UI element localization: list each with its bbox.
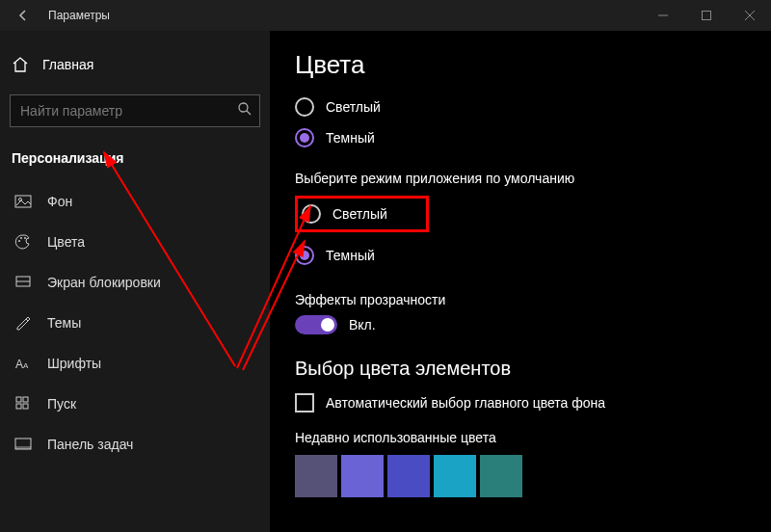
- sidebar-item-start[interactable]: Пуск: [0, 384, 270, 424]
- sidebar-home-label: Главная: [42, 57, 93, 72]
- recent-colors-row: [295, 455, 746, 497]
- sidebar-item-label: Экран блокировки: [47, 275, 161, 290]
- color-swatch[interactable]: [387, 455, 430, 497]
- sidebar-item-themes[interactable]: Темы: [0, 303, 270, 343]
- sidebar-item-label: Цвета: [47, 234, 85, 250]
- sidebar-item-colors[interactable]: Цвета: [0, 222, 270, 262]
- app-mode-light[interactable]: Светлый: [302, 202, 387, 226]
- palette-icon: [14, 233, 32, 251]
- svg-rect-16: [23, 404, 28, 409]
- minimize-icon: [658, 11, 668, 20]
- color-swatch[interactable]: [295, 455, 337, 497]
- transparency-label: Эффекты прозрачности: [295, 292, 746, 307]
- checkbox-icon: [295, 393, 314, 412]
- svg-point-8: [24, 237, 26, 239]
- svg-point-7: [20, 237, 22, 239]
- sidebar: Главная Персонализация Фон Цвета Экран б…: [0, 31, 270, 532]
- back-button[interactable]: [8, 0, 39, 31]
- minimize-button[interactable]: [641, 0, 684, 31]
- home-icon: [12, 56, 29, 73]
- radio-icon: [302, 204, 321, 224]
- maximize-button[interactable]: [684, 0, 728, 31]
- svg-text:A: A: [23, 361, 29, 370]
- radio-label: Светлый: [332, 206, 387, 222]
- close-icon: [745, 11, 755, 20]
- svg-line-3: [247, 111, 251, 115]
- svg-rect-15: [16, 404, 21, 409]
- sidebar-item-label: Фон: [47, 194, 72, 209]
- annotation-highlight: Светлый: [295, 196, 429, 232]
- radio-icon: [295, 128, 314, 147]
- checkbox-label: Автоматический выбор главного цвета фона: [326, 395, 605, 411]
- radio-icon: [295, 97, 314, 117]
- image-icon: [14, 193, 32, 210]
- close-button[interactable]: [728, 0, 771, 31]
- toggle-state: Вкл.: [349, 317, 376, 332]
- taskbar-icon: [14, 436, 32, 453]
- themes-icon: [14, 314, 32, 332]
- color-swatch[interactable]: [434, 455, 476, 497]
- app-mode-dark[interactable]: Темный: [295, 240, 746, 271]
- svg-point-6: [18, 240, 20, 242]
- svg-point-2: [239, 103, 248, 112]
- sidebar-item-label: Шрифты: [47, 356, 101, 371]
- windows-mode-light[interactable]: Светлый: [295, 92, 746, 122]
- accent-heading: Выбор цвета элементов: [295, 358, 746, 380]
- arrow-left-icon: [16, 9, 30, 22]
- maximize-icon: [702, 11, 711, 20]
- sidebar-item-label: Панель задач: [47, 437, 133, 452]
- radio-label: Светлый: [326, 99, 381, 115]
- app-mode-label: Выберите режим приложения по умолчанию: [295, 171, 746, 186]
- svg-rect-18: [15, 446, 31, 449]
- color-swatch[interactable]: [480, 455, 522, 497]
- transparency-toggle[interactable]: [295, 315, 337, 334]
- sidebar-item-label: Темы: [47, 315, 81, 331]
- sidebar-item-lockscreen[interactable]: Экран блокировки: [0, 262, 270, 303]
- content-area: Цвета Светлый Темный Выберите режим прил…: [270, 31, 771, 532]
- radio-label: Темный: [326, 248, 375, 263]
- sidebar-home[interactable]: Главная: [0, 48, 270, 81]
- lockscreen-icon: [14, 274, 32, 291]
- windows-mode-dark[interactable]: Темный: [295, 122, 746, 153]
- fonts-icon: AA: [14, 355, 32, 372]
- svg-text:A: A: [15, 358, 23, 371]
- radio-label: Темный: [326, 130, 375, 146]
- sidebar-section-title: Персонализация: [0, 135, 270, 175]
- start-icon: [14, 395, 32, 412]
- color-swatch[interactable]: [341, 455, 384, 497]
- sidebar-item-background[interactable]: Фон: [0, 181, 270, 222]
- search-input[interactable]: [10, 94, 260, 127]
- search-icon: [237, 101, 253, 120]
- recent-colors-label: Недавно использованные цвета: [295, 430, 746, 445]
- sidebar-item-fonts[interactable]: AA Шрифты: [0, 343, 270, 384]
- auto-accent-checkbox-row[interactable]: Автоматический выбор главного цвета фона: [295, 393, 746, 412]
- window-title: Параметры: [48, 9, 110, 22]
- radio-icon: [295, 246, 314, 265]
- svg-rect-13: [16, 397, 21, 402]
- svg-rect-14: [23, 397, 28, 402]
- page-title: Цвета: [295, 50, 746, 80]
- svg-rect-1: [702, 12, 710, 20]
- sidebar-item-label: Пуск: [47, 396, 76, 412]
- sidebar-item-taskbar[interactable]: Панель задач: [0, 424, 270, 465]
